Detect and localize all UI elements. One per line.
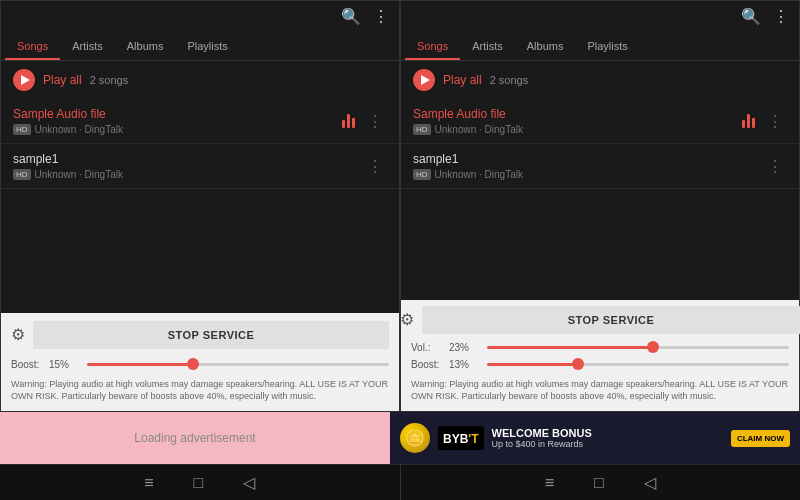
bar1-r [742, 120, 745, 128]
song-title-1-right: Sample Audio file [413, 107, 742, 121]
play-all-row-left: Play all 2 songs [1, 61, 399, 99]
bar2 [347, 114, 350, 128]
search-icon[interactable]: 🔍 [341, 7, 361, 26]
tab-albums-left[interactable]: Albums [115, 32, 176, 60]
ad-welcome-text: WELCOME BONUS [492, 427, 723, 439]
hd-badge-1-right: HD [413, 124, 431, 135]
bar3-r [752, 118, 755, 128]
vol-thumb-right[interactable] [647, 341, 659, 353]
service-control-right: ⚙ STOP SERVICE [401, 300, 799, 340]
tab-songs-left[interactable]: Songs [5, 32, 60, 60]
song-more-2-left[interactable]: ⋮ [363, 157, 387, 176]
nav-bar: ≡ □ ◁ ≡ □ ◁ [0, 464, 800, 500]
song-meta-2-right: HD Unknown · DingTalk [413, 169, 763, 180]
song-title-2-left: sample1 [13, 152, 363, 166]
song-title-2-right: sample1 [413, 152, 763, 166]
panel-right-header: 🔍 ⋮ [401, 1, 799, 32]
tab-playlists-right[interactable]: Playlists [575, 32, 639, 60]
nav-home-icon-right[interactable]: □ [594, 474, 604, 492]
play-all-button-right[interactable] [413, 69, 435, 91]
bybit-logo: BYB'T [438, 426, 484, 450]
boost-fill-left [87, 363, 193, 366]
song-more-1-right[interactable]: ⋮ [763, 112, 787, 131]
tab-artists-right[interactable]: Artists [460, 32, 515, 60]
warning-text-left: Warning: Playing audio at high volumes m… [1, 374, 399, 411]
tab-bar-left: Songs Artists Albums Playlists [1, 32, 399, 61]
tab-albums-right[interactable]: Albums [515, 32, 576, 60]
song-more-2-right[interactable]: ⋮ [763, 157, 787, 176]
song-meta-1-left: HD Unknown · DingTalk [13, 124, 342, 135]
play-triangle-right [421, 75, 430, 85]
panel-right: 🔍 ⋮ Songs Artists Albums Playlists Play … [400, 0, 800, 412]
song-more-1-left[interactable]: ⋮ [363, 112, 387, 131]
stop-service-button-right[interactable]: STOP SERVICE [422, 306, 800, 334]
nav-menu-icon-left[interactable]: ≡ [144, 474, 153, 492]
song-list-left: Play all 2 songs Sample Audio file HD Un… [1, 61, 399, 313]
panel-left-header: 🔍 ⋮ [1, 1, 399, 32]
song-info-1-left: Sample Audio file HD Unknown · DingTalk [13, 107, 342, 135]
hd-badge-2-left: HD [13, 169, 31, 180]
more-icon-right[interactable]: ⋮ [773, 7, 789, 26]
song-meta-text-1-left: Unknown · DingTalk [35, 124, 123, 135]
vol-slider-right[interactable] [487, 346, 789, 349]
vol-row-right: Vol.: 23% [401, 340, 799, 357]
boost-value-left: 15% [49, 359, 79, 370]
ad-sub-text: Up to $400 in Rewards [492, 439, 723, 449]
nav-back-icon-left[interactable]: ◁ [243, 473, 255, 492]
gear-icon-right[interactable]: ⚙ [400, 310, 414, 329]
ad-coin-icon: 🪙 [400, 423, 430, 453]
play-all-label-right: Play all [443, 73, 482, 87]
song-meta-text-2-right: Unknown · DingTalk [435, 169, 523, 180]
song-meta-text-2-left: Unknown · DingTalk [35, 169, 123, 180]
tab-artists-left[interactable]: Artists [60, 32, 115, 60]
boost-row-left: Boost: 15% [1, 357, 399, 374]
song-list-right: Play all 2 songs Sample Audio file HD Un… [401, 61, 799, 300]
nav-section-right: ≡ □ ◁ [401, 464, 801, 500]
play-all-count-right: 2 songs [490, 74, 529, 86]
boost-thumb-right[interactable] [572, 358, 584, 370]
play-triangle-left [21, 75, 30, 85]
song-item-1-right[interactable]: Sample Audio file HD Unknown · DingTalk … [401, 99, 799, 144]
nav-menu-icon-right[interactable]: ≡ [545, 474, 554, 492]
song-item-1-left[interactable]: Sample Audio file HD Unknown · DingTalk … [1, 99, 399, 144]
more-icon[interactable]: ⋮ [373, 7, 389, 26]
ad-right[interactable]: 🪙 BYB'T WELCOME BONUS Up to $400 in Rewa… [390, 412, 800, 464]
bybit-logo-accent: 'T [468, 432, 478, 446]
tab-songs-right[interactable]: Songs [405, 32, 460, 60]
song-info-1-right: Sample Audio file HD Unknown · DingTalk [413, 107, 742, 135]
boost-slider-left[interactable] [87, 363, 389, 366]
boost-slider-right[interactable] [487, 363, 789, 366]
tab-playlists-left[interactable]: Playlists [175, 32, 239, 60]
song-meta-text-1-right: Unknown · DingTalk [435, 124, 523, 135]
gear-icon-left[interactable]: ⚙ [11, 325, 25, 344]
bar1 [342, 120, 345, 128]
song-item-2-right[interactable]: sample1 HD Unknown · DingTalk ⋮ [401, 144, 799, 189]
ad-text-block: WELCOME BONUS Up to $400 in Rewards [492, 427, 723, 449]
boost-value-right: 13% [449, 359, 479, 370]
warning-text-right: Warning: Playing audio at high volumes m… [401, 374, 799, 411]
nav-home-icon-left[interactable]: □ [194, 474, 204, 492]
search-icon-right[interactable]: 🔍 [741, 7, 761, 26]
playing-bars-1-right [742, 114, 755, 128]
nav-back-icon-right[interactable]: ◁ [644, 473, 656, 492]
hd-badge-1-left: HD [13, 124, 31, 135]
boost-label-right: Boost: [411, 359, 441, 370]
play-all-row-right: Play all 2 songs [401, 61, 799, 99]
song-info-2-right: sample1 HD Unknown · DingTalk [413, 152, 763, 180]
play-all-count-left: 2 songs [90, 74, 129, 86]
boost-label-left: Boost: [11, 359, 41, 370]
play-all-button-left[interactable] [13, 69, 35, 91]
boost-thumb-left[interactable] [187, 358, 199, 370]
song-meta-1-right: HD Unknown · DingTalk [413, 124, 742, 135]
vol-label-right: Vol.: [411, 342, 441, 353]
panel-left: 🔍 ⋮ Songs Artists Albums Playlists Play … [0, 0, 400, 412]
stop-service-button-left[interactable]: STOP SERVICE [33, 321, 389, 349]
claim-now-button[interactable]: CLAIM NOW [731, 430, 790, 447]
nav-section-left: ≡ □ ◁ [0, 464, 400, 500]
song-item-2-left[interactable]: sample1 HD Unknown · DingTalk ⋮ [1, 144, 399, 189]
song-info-2-left: sample1 HD Unknown · DingTalk [13, 152, 363, 180]
song-title-1-left: Sample Audio file [13, 107, 342, 121]
ad-left[interactable]: Loading advertisement [0, 412, 390, 464]
tab-bar-right: Songs Artists Albums Playlists [401, 32, 799, 61]
bybit-logo-text: BYB [443, 432, 468, 446]
